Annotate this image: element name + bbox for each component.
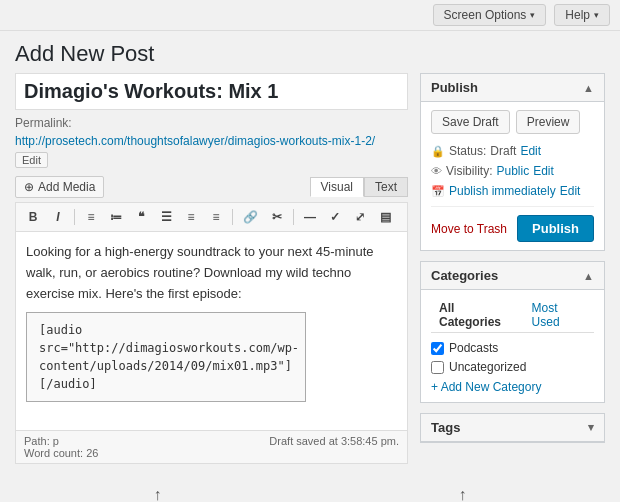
publish-metabox-body: Save Draft Preview 🔒 Status: Draft Edit … — [421, 102, 604, 250]
editor-toolbar: B I ≡ ≔ ❝ ☰ ≡ ≡ 🔗 ✂ — ✓ ⤢ ▤ — [15, 202, 408, 231]
toolbar-unordered-list[interactable]: ≡ — [80, 207, 102, 227]
sidebar-column: Publish ▲ Save Draft Preview 🔒 Status: D… — [420, 73, 605, 464]
calendar-icon: 📅 — [431, 185, 445, 198]
word-count: Word count: 26 — [24, 447, 98, 459]
publish-actions: Save Draft Preview — [431, 110, 594, 134]
category-podcasts-checkbox[interactable] — [431, 342, 444, 355]
tab-visual[interactable]: Visual — [310, 177, 364, 197]
permalink-edit-button[interactable]: Edit — [15, 152, 48, 168]
category-podcasts-label: Podcasts — [449, 341, 498, 355]
toolbar-spell[interactable]: ✓ — [324, 207, 346, 227]
toolbar-ordered-list[interactable]: ≔ — [105, 207, 127, 227]
visibility-label: Visibility: — [446, 164, 492, 178]
top-bar: Screen Options ▾ Help ▾ — [0, 0, 620, 31]
screen-options-label: Screen Options — [444, 8, 527, 22]
categories-toggle-icon[interactable]: ▲ — [583, 270, 594, 282]
add-media-button[interactable]: ⊕ Add Media — [15, 176, 104, 198]
editor-footer-left: Path: p Word count: 26 — [24, 435, 98, 459]
main-layout: Permalink: http://prosetech.com/thoughts… — [0, 73, 620, 474]
toolbar-bold[interactable]: B — [22, 207, 44, 227]
editor-footer: Path: p Word count: 26 Draft saved at 3:… — [15, 431, 408, 464]
editor-paragraph: Looking for a high-energy soundtrack to … — [26, 242, 397, 304]
toolbar-align-right[interactable]: ≡ — [205, 207, 227, 227]
categories-title: Categories — [431, 268, 498, 283]
status-info: 🔒 Status: Draft Edit — [431, 144, 594, 158]
publish-time-edit-link[interactable]: Edit — [560, 184, 581, 198]
toolbar-sep-3 — [293, 209, 294, 225]
post-title-input[interactable] — [15, 73, 408, 110]
status-label: Status: — [449, 144, 486, 158]
add-media-bar: ⊕ Add Media Visual Text — [15, 176, 408, 198]
editor-content: Looking for a high-energy soundtrack to … — [16, 232, 407, 412]
toolbar-align-left[interactable]: ☰ — [155, 207, 177, 227]
add-media-label: Add Media — [38, 180, 95, 194]
help-label: Help — [565, 8, 590, 22]
status-value: Draft — [490, 144, 516, 158]
permalink-label: Permalink: — [15, 116, 72, 130]
annotation-arrow-left: ↑ — [15, 484, 300, 502]
categories-metabox: Categories ▲ All Categories Most Used Po… — [420, 261, 605, 403]
editor-tab-group: Visual Text — [310, 177, 408, 197]
move-to-trash-button[interactable]: Move to Trash — [431, 222, 507, 236]
help-button[interactable]: Help ▾ — [554, 4, 610, 26]
page-header: Add New Post — [0, 31, 620, 73]
help-caret: ▾ — [594, 10, 599, 20]
publish-time-label[interactable]: Publish immediately — [449, 184, 556, 198]
categories-list: Podcasts Uncategorized — [431, 341, 594, 374]
visibility-icon: 👁 — [431, 165, 442, 177]
toolbar-kitchensink[interactable]: ▤ — [374, 207, 396, 227]
annotation-left: ↑ Here's the embedded audio file. A simp… — [15, 484, 300, 502]
visibility-edit-link[interactable]: Edit — [533, 164, 554, 178]
tags-metabox-header: Tags ▾ — [421, 414, 604, 442]
tab-most-used[interactable]: Most Used — [524, 298, 594, 332]
toolbar-fullscreen[interactable]: ⤢ — [349, 207, 371, 227]
publish-toggle-icon[interactable]: ▲ — [583, 82, 594, 94]
toolbar-sep-1 — [74, 209, 75, 225]
add-new-category-link[interactable]: + Add New Category — [431, 380, 541, 394]
list-item: Uncategorized — [431, 360, 594, 374]
tags-metabox: Tags ▾ — [420, 413, 605, 443]
category-uncategorized-label: Uncategorized — [449, 360, 526, 374]
screen-options-button[interactable]: Screen Options ▾ — [433, 4, 547, 26]
page-title: Add New Post — [15, 41, 605, 67]
toolbar-blockquote[interactable]: ❝ — [130, 207, 152, 227]
editor-column: Permalink: http://prosetech.com/thoughts… — [15, 73, 408, 464]
visibility-value[interactable]: Public — [496, 164, 529, 178]
screen-options-caret: ▾ — [530, 10, 535, 20]
tags-toggle-icon[interactable]: ▾ — [588, 421, 594, 434]
toolbar-more[interactable]: — — [299, 207, 321, 227]
tab-all-categories[interactable]: All Categories — [431, 298, 524, 332]
status-icon: 🔒 — [431, 145, 445, 158]
categories-metabox-body: All Categories Most Used Podcasts Uncate… — [421, 290, 604, 402]
annotation-right: ↑ This category is for podcasts only. Th… — [320, 484, 605, 502]
audio-shortcode: [audio src="http://dimagiosworkouts.com/… — [26, 312, 306, 402]
toolbar-link[interactable]: 🔗 — [238, 207, 263, 227]
permalink-url[interactable]: http://prosetech.com/thoughtsofalawyer/d… — [15, 134, 375, 148]
visibility-info: 👁 Visibility: Public Edit — [431, 164, 594, 178]
toolbar-align-center[interactable]: ≡ — [180, 207, 202, 227]
tags-title: Tags — [431, 420, 460, 435]
categories-metabox-header: Categories ▲ — [421, 262, 604, 290]
publish-footer: Move to Trash Publish — [431, 206, 594, 242]
toolbar-sep-2 — [232, 209, 233, 225]
categories-tabs: All Categories Most Used — [431, 298, 594, 333]
annotation-area: ↑ Here's the embedded audio file. A simp… — [0, 474, 620, 502]
publish-metabox: Publish ▲ Save Draft Preview 🔒 Status: D… — [420, 73, 605, 251]
list-item: Podcasts — [431, 341, 594, 355]
status-edit-link[interactable]: Edit — [520, 144, 541, 158]
path-label: Path: p — [24, 435, 59, 447]
editor-area[interactable]: Looking for a high-energy soundtrack to … — [15, 231, 408, 431]
tab-text[interactable]: Text — [364, 177, 408, 197]
permalink-bar: Permalink: http://prosetech.com/thoughts… — [15, 116, 408, 168]
publish-title: Publish — [431, 80, 478, 95]
toolbar-italic[interactable]: I — [47, 207, 69, 227]
editor-footer-right: Draft saved at 3:58:45 pm. — [269, 435, 399, 459]
publish-time-info: 📅 Publish immediately Edit — [431, 184, 594, 198]
annotation-arrow-right: ↑ — [320, 484, 605, 502]
toolbar-unlink[interactable]: ✂ — [266, 207, 288, 227]
save-draft-button[interactable]: Save Draft — [431, 110, 510, 134]
publish-button[interactable]: Publish — [517, 215, 594, 242]
publish-metabox-header: Publish ▲ — [421, 74, 604, 102]
preview-button[interactable]: Preview — [516, 110, 581, 134]
category-uncategorized-checkbox[interactable] — [431, 361, 444, 374]
